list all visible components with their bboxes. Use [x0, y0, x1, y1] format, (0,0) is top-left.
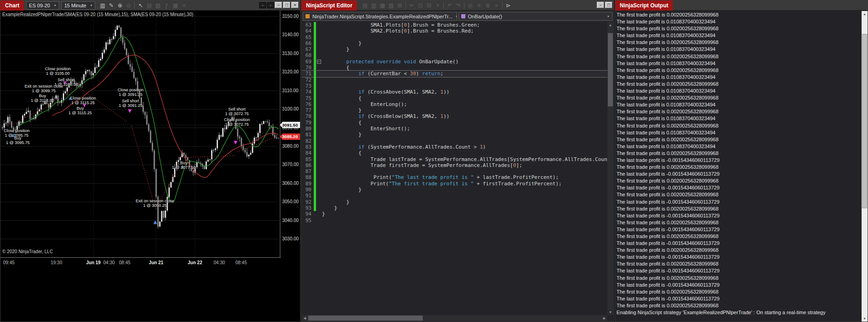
interval-selector[interactable]: 15 Minute: [61, 1, 95, 10]
delete-icon[interactable]: ×: [433, 1, 442, 10]
strategies-icon[interactable]: ▦: [171, 1, 180, 10]
drawing-tools-icon[interactable]: ✎: [107, 1, 115, 10]
copy-icon[interactable]: ⊡: [416, 1, 425, 10]
scroll-up-icon[interactable]: ▲: [862, 11, 868, 17]
code-line[interactable]: 82: [302, 138, 607, 144]
paste-icon[interactable]: ⊟: [425, 1, 433, 10]
code-line[interactable]: 79 {: [302, 120, 607, 126]
code-line[interactable]: 75 {: [302, 95, 607, 101]
zoom-in-icon[interactable]: ⊕: [115, 1, 124, 10]
code-line[interactable]: 80 EnterShort();: [302, 126, 607, 132]
code-line[interactable]: 71 if (CurrentBar < 30) return;: [302, 71, 607, 77]
line-number: 70: [302, 65, 314, 71]
undo-icon[interactable]: ↶: [445, 1, 454, 10]
scroll-right-icon[interactable]: ▶: [601, 315, 607, 321]
code-line[interactable]: 92 }: [302, 199, 607, 205]
scroll-down-icon[interactable]: ▼: [607, 309, 613, 315]
print-icon[interactable]: ▦: [378, 1, 387, 10]
code-line[interactable]: 68: [302, 52, 607, 58]
price-axis[interactable]: 3150.003140.003130.003120.003110.003100.…: [280, 11, 300, 257]
editor-vertical-scrollbar[interactable]: ▲ ▼: [607, 22, 613, 315]
maximize-button[interactable]: □: [605, 2, 612, 8]
code-line[interactable]: 87: [302, 168, 607, 174]
code-line[interactable]: 94}: [302, 211, 607, 217]
zoom-out-icon[interactable]: ⊖: [124, 1, 133, 10]
dock-icon[interactable]: ▪: [259, 2, 266, 8]
trade-annotation: Exit on session close 1 @ 3099.75: [25, 84, 63, 93]
code-line[interactable]: 78 if (CrossBelow(SMA1, SMA2, 1)): [302, 113, 607, 119]
code-line[interactable]: 65: [302, 34, 607, 40]
properties-icon[interactable]: ≡: [180, 1, 188, 10]
scrollbar-thumb[interactable]: [308, 316, 423, 321]
code-line[interactable]: 69− protected override void OnBarUpdate(…: [302, 59, 607, 65]
time-axis[interactable]: 09:4519:30Jun 1904:3008:45Jun 21Jun 2204…: [0, 257, 281, 267]
code-line[interactable]: 84 {: [302, 150, 607, 156]
cut-icon[interactable]: ✂: [407, 1, 416, 10]
code-line[interactable]: 66 }: [302, 40, 607, 46]
new-script-icon[interactable]: ▤: [360, 1, 369, 10]
price-chart-svg[interactable]: [0, 11, 280, 257]
code-line[interactable]: 77 }: [302, 107, 607, 113]
code-line[interactable]: 83 if (SystemPerformance.AllTrades.Count…: [302, 144, 607, 150]
save-icon[interactable]: ▥: [369, 1, 378, 10]
code-editor[interactable]: 63 SMA1.Plots[0].Brush = Brushes.Green;6…: [302, 22, 607, 315]
scroll-down-icon[interactable]: ▼: [862, 316, 868, 322]
dock-icon[interactable]: ▪: [267, 2, 274, 8]
redo-icon[interactable]: ↷: [454, 1, 463, 10]
output-line: The first trade profit is 0.002002563280…: [617, 302, 861, 309]
output-log[interactable]: The first trade profit is 0.002002563280…: [617, 11, 861, 322]
fold-column: [316, 132, 322, 138]
class-dropdown[interactable]: NinjaTrader.NinjaScript.Strategies.Examp…: [303, 12, 457, 21]
fold-toggle-icon[interactable]: −: [317, 60, 321, 64]
indicators-icon[interactable]: ƒ: [162, 1, 171, 10]
minimize-button[interactable]: −: [597, 2, 604, 8]
instrument-selector[interactable]: ES 09-20: [26, 1, 59, 10]
compile-icon[interactable]: ⊳: [504, 1, 513, 10]
cursor-icon[interactable]: ↖: [136, 1, 145, 10]
code-line[interactable]: 85 Trade lastTrade = SystemPerformance.A…: [302, 156, 607, 162]
code-line[interactable]: 86 Trade firstTrade = SystemPerformance.…: [302, 162, 607, 168]
scroll-up-icon[interactable]: ▲: [607, 22, 613, 28]
output-line: The first trade profit is 0.002002563280…: [617, 261, 861, 267]
method-dropdown[interactable]: OnBarUpdate(): [459, 12, 613, 21]
comment-selection-icon[interactable]: ≡: [475, 1, 483, 10]
code-line[interactable]: 93 }: [302, 205, 607, 211]
code-line[interactable]: 72: [302, 77, 607, 83]
output-vertical-scrollbar[interactable]: ▲ ▼: [862, 11, 868, 322]
code-line[interactable]: 88 Print("The last trade profit is " + l…: [302, 174, 607, 180]
editor-horizontal-scrollbar[interactable]: ◀ ▶: [302, 315, 607, 321]
code-line[interactable]: 81 }: [302, 132, 607, 138]
output-line: The first trade profit is 0.002002563280…: [617, 67, 861, 74]
code-line[interactable]: 95: [302, 217, 607, 223]
chart-trader-icon[interactable]: ▧: [153, 1, 162, 10]
code-line[interactable]: 73: [302, 83, 607, 89]
uncomment-selection-icon[interactable]: ≣: [483, 1, 492, 10]
output-line: The last trade profit is -0.001543460601…: [617, 157, 861, 164]
code-line[interactable]: 64 SMA2.Plots[0].Brush = Brushes.Red;: [302, 28, 607, 34]
output-line: The last trade profit is -0.001543460601…: [617, 199, 861, 205]
scrollbar-thumb[interactable]: [862, 34, 867, 208]
maximize-button[interactable]: □: [283, 2, 290, 8]
print-preview-icon[interactable]: ▧: [387, 1, 395, 10]
scrollbar-thumb[interactable]: [608, 33, 613, 106]
code-line[interactable]: 67 }: [302, 46, 607, 52]
data-box-icon[interactable]: ▤: [145, 1, 153, 10]
code-line[interactable]: 91: [302, 193, 607, 199]
editor-toolbar: ▤▥▦▧⊞✂⊡⊟×↶↷◎≡≣»⊳: [360, 1, 513, 10]
close-button[interactable]: ×: [291, 2, 299, 8]
scroll-left-icon[interactable]: ◀: [302, 315, 308, 321]
code-line[interactable]: 76 EnterLong();: [302, 101, 607, 107]
code-line[interactable]: 63 SMA1.Plots[0].Brush = Brushes.Green;: [302, 22, 607, 28]
minimize-button[interactable]: −: [275, 2, 282, 8]
find-icon[interactable]: ◎: [466, 1, 475, 10]
indent-icon[interactable]: »: [492, 1, 501, 10]
code-line[interactable]: 90 }: [302, 187, 607, 193]
fold-column: [316, 120, 322, 126]
code-line[interactable]: 70 {: [302, 65, 607, 71]
chart-plot-area[interactable]: ExampleRealizedPNlperTrade/SMA(ES 09-20 …: [0, 11, 280, 257]
code-line[interactable]: 89 Print("The first trade profit is " + …: [302, 181, 607, 187]
code-text: [322, 34, 607, 40]
export-icon[interactable]: ⊞: [395, 1, 404, 10]
chart-style-icon[interactable]: ▥: [98, 1, 107, 10]
code-line[interactable]: 74 if (CrossAbove(SMA1, SMA2, 1)): [302, 89, 607, 95]
